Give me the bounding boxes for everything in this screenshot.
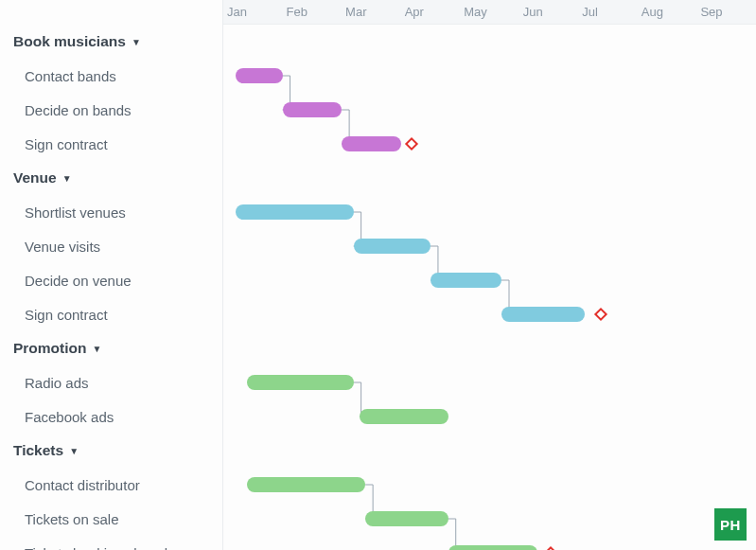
task-sidebar: Book musicians▼Contact bandsDecide on ba… xyxy=(0,0,223,550)
gantt-row xyxy=(223,365,756,399)
gantt-bar[interactable] xyxy=(283,102,343,117)
gantt-row xyxy=(223,93,756,127)
gantt-bar[interactable] xyxy=(501,307,585,322)
month-label: Jul xyxy=(578,0,638,24)
gantt-row xyxy=(223,468,756,502)
milestone-icon[interactable] xyxy=(544,546,557,550)
group-label: Book musicians xyxy=(13,33,126,50)
caret-down-icon: ▼ xyxy=(93,344,102,354)
time-axis: JanFebMarAprMayJunJulAugSep xyxy=(223,0,756,25)
group-header-row xyxy=(223,434,756,468)
month-label: May xyxy=(460,0,519,24)
task-label[interactable]: Sign contract xyxy=(13,297,209,331)
task-label[interactable]: Contact distributor xyxy=(13,468,209,502)
task-label[interactable]: Decide on venue xyxy=(13,263,209,297)
caret-down-icon: ▼ xyxy=(62,173,72,184)
gantt-bar[interactable] xyxy=(247,375,354,390)
group-header-row xyxy=(223,25,756,59)
task-label[interactable]: Facebook ads xyxy=(13,399,209,434)
group-label: Venue xyxy=(13,169,57,186)
task-group-header[interactable]: Venue▼ xyxy=(13,161,209,195)
gantt-row xyxy=(223,536,756,550)
gantt-row xyxy=(223,59,756,93)
gantt-row xyxy=(223,263,756,297)
month-label: Mar xyxy=(342,0,401,24)
month-label: Aug xyxy=(638,0,697,24)
gantt-row xyxy=(223,229,756,263)
group-label: Tickets xyxy=(13,442,63,459)
group-label: Promotion xyxy=(13,340,87,357)
month-label: Feb xyxy=(283,0,343,24)
gantt-bar[interactable] xyxy=(236,68,283,83)
group-header-row xyxy=(223,331,756,365)
month-label: Jun xyxy=(519,0,579,24)
task-label[interactable]: Sign contract xyxy=(13,127,209,161)
caret-down-icon: ▼ xyxy=(132,37,141,47)
gantt-bar[interactable] xyxy=(360,409,448,424)
month-label: Apr xyxy=(401,0,461,24)
month-label: Jan xyxy=(223,0,283,24)
gantt-bar[interactable] xyxy=(448,545,537,550)
milestone-icon[interactable] xyxy=(405,137,418,151)
task-label[interactable]: Tickets on sale xyxy=(13,502,209,536)
gantt-row xyxy=(223,127,756,161)
gantt-main: JanFebMarAprMayJunJulAugSep xyxy=(223,0,756,550)
ph-badge[interactable]: PH xyxy=(714,508,747,541)
badge-label: PH xyxy=(720,517,741,533)
task-label[interactable]: Radio ads xyxy=(13,365,209,399)
task-group-header[interactable]: Promotion▼ xyxy=(13,331,209,365)
gantt-bar[interactable] xyxy=(431,273,501,288)
milestone-icon[interactable] xyxy=(594,308,607,321)
task-label[interactable]: Contact bands xyxy=(13,59,209,93)
task-label[interactable]: Shortlist venues xyxy=(13,195,209,229)
gantt-row xyxy=(223,195,756,229)
gantt-row xyxy=(223,502,756,536)
task-label[interactable]: Tickets booking closed xyxy=(13,536,209,550)
task-label[interactable]: Decide on bands xyxy=(13,93,209,127)
gantt-bar[interactable] xyxy=(365,511,448,526)
task-group-header[interactable]: Book musicians▼ xyxy=(13,25,209,59)
gantt-bar[interactable] xyxy=(247,477,365,492)
task-group-header[interactable]: Tickets▼ xyxy=(13,434,209,468)
gantt-bar[interactable] xyxy=(354,239,431,254)
task-label[interactable]: Venue visits xyxy=(13,229,209,263)
gantt-bar[interactable] xyxy=(342,136,401,151)
gantt-bar[interactable] xyxy=(236,204,354,220)
gantt-rows xyxy=(223,25,756,550)
gantt-chart: Book musicians▼Contact bandsDecide on ba… xyxy=(0,0,756,550)
month-label: Sep xyxy=(696,0,756,24)
group-header-row xyxy=(223,161,756,195)
gantt-row xyxy=(223,297,756,331)
gantt-row xyxy=(223,399,756,434)
caret-down-icon: ▼ xyxy=(69,446,79,456)
